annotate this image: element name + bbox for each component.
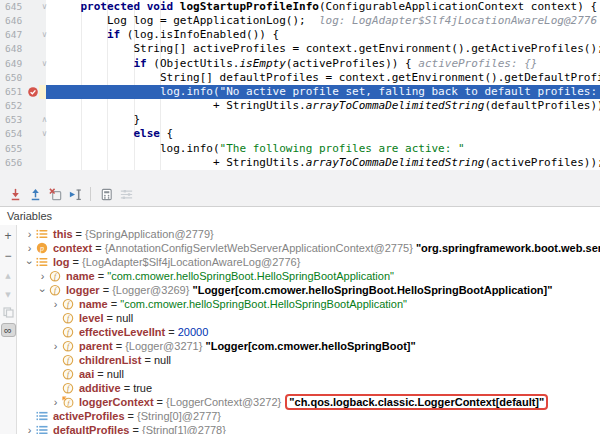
gutter: 647∨ bbox=[0, 28, 46, 42]
variable-value: "com.cmower.helloSpringBoot.HelloSpringB… bbox=[107, 270, 394, 282]
code-line-text[interactable]: log.info("No active profile set, falling… bbox=[46, 85, 600, 99]
variable-name: context bbox=[53, 242, 92, 254]
variable-value: {String[1]@2778} bbox=[142, 424, 226, 434]
gutter: 645∨ bbox=[0, 0, 46, 14]
variable-row-activeprofiles[interactable]: activeProfiles = {String[0]@2777} bbox=[17, 409, 600, 423]
step-out-icon[interactable] bbox=[25, 185, 45, 203]
line-number: 653 bbox=[0, 113, 28, 127]
field-shortcut-icon: f bbox=[62, 396, 74, 408]
chevron-right-icon[interactable]: › bbox=[23, 425, 36, 434]
variable-value: true bbox=[133, 382, 152, 394]
variable-name: name bbox=[79, 298, 108, 310]
gutter: 655 bbox=[0, 142, 46, 156]
code-line-text[interactable]: protected void logStartupProfileInfo(Con… bbox=[46, 0, 600, 14]
variable-name: parent bbox=[79, 340, 113, 352]
code-line-652: 652 + StringUtils.arrayToCommaDelimitedS… bbox=[0, 99, 600, 113]
variable-icon bbox=[36, 256, 48, 268]
move-watch-up-icon[interactable]: ▲ bbox=[1, 269, 16, 283]
show-watches-icon[interactable]: ∞ bbox=[1, 323, 16, 337]
field-icon: f bbox=[49, 270, 61, 282]
variable-icon bbox=[36, 228, 48, 240]
gutter: 646 bbox=[0, 14, 46, 28]
code-line-text[interactable]: log.info("The following profiles are act… bbox=[46, 142, 600, 156]
line-number: 648 bbox=[0, 42, 28, 56]
variable-name: effectiveLevelInt bbox=[79, 326, 165, 338]
code-line-text[interactable]: + StringUtils.arrayToCommaDelimitedStrin… bbox=[46, 99, 600, 113]
line-number: 647 bbox=[0, 28, 28, 42]
code-line-651: 651 log.info("No active profile set, fal… bbox=[0, 85, 600, 99]
chevron-right-icon[interactable]: › bbox=[49, 299, 62, 310]
code-line-text[interactable]: String[] defaultProfiles = context.getEn… bbox=[46, 71, 600, 85]
svg-text:p: p bbox=[39, 244, 44, 253]
parameter-icon: p bbox=[36, 242, 48, 254]
code-editor[interactable]: 645∨ protected void logStartupProfileInf… bbox=[0, 0, 600, 170]
variable-value: {SpringApplication@2779} bbox=[85, 228, 214, 240]
view-options-icon[interactable] bbox=[116, 185, 136, 203]
variable-row-additive[interactable]: fadditive = true bbox=[17, 381, 600, 395]
add-watch-icon[interactable]: + bbox=[1, 229, 16, 243]
line-number: 652 bbox=[0, 99, 28, 113]
variable-row-level[interactable]: flevel = null bbox=[17, 311, 600, 325]
code-lines: 645∨ protected void logStartupProfileInf… bbox=[0, 0, 600, 170]
code-line-646: 646 Log log = getApplicationLog(); log: … bbox=[0, 14, 600, 28]
drop-frame-icon[interactable] bbox=[45, 185, 65, 203]
variable-row-name[interactable]: ›fname = "com.cmower.helloSpringBoot.Hel… bbox=[17, 269, 600, 283]
field-icon: f bbox=[62, 354, 74, 366]
line-number: 649 bbox=[0, 57, 28, 71]
variable-value: "ch.qos.logback.classic.LoggerContext[de… bbox=[285, 394, 548, 410]
chevron-right-icon[interactable]: › bbox=[36, 271, 49, 282]
field-icon: f bbox=[62, 382, 74, 394]
code-line-text[interactable]: Log log = getApplicationLog(); log: LogA… bbox=[46, 14, 600, 28]
field-icon: f bbox=[62, 312, 74, 324]
variable-row-name[interactable]: ›fname = "com.cmower.helloSpringBoot.Hel… bbox=[17, 297, 600, 311]
code-line-text[interactable]: if (log.isInfoEnabled()) { bbox=[46, 28, 600, 42]
force-step-into-icon[interactable] bbox=[5, 185, 25, 203]
gutter: 649∨ bbox=[0, 57, 46, 71]
chevron-down-icon[interactable]: › bbox=[36, 285, 49, 296]
variable-row-log[interactable]: ›log = {LogAdapter$Slf4jLocationAwareLog… bbox=[17, 255, 600, 269]
variable-name: log bbox=[53, 256, 70, 268]
code-line-text[interactable]: String[] activeProfiles = context.getEnv… bbox=[46, 42, 600, 56]
debug-toolbar bbox=[0, 170, 600, 207]
variable-row-context[interactable]: ›pcontext = {AnnotationConfigServletWebS… bbox=[17, 241, 600, 255]
variable-row-effectivelevelint[interactable]: feffectiveLevelInt = 20000 bbox=[17, 325, 600, 339]
variable-row-this[interactable]: ›this = {SpringApplication@2779} bbox=[17, 227, 600, 241]
variable-row-aai[interactable]: faai = null bbox=[17, 367, 600, 381]
move-watch-down-icon[interactable]: ▼ bbox=[1, 288, 16, 302]
chevron-down-icon[interactable]: › bbox=[23, 257, 36, 268]
field-icon: f bbox=[62, 298, 74, 310]
variable-value: {String[0]@2777} bbox=[137, 410, 221, 422]
variable-row-parent[interactable]: ›fparent = {Logger@3271} "Logger[com.cmo… bbox=[17, 339, 600, 353]
breakpoint-icon[interactable] bbox=[28, 87, 38, 97]
gutter: 656 bbox=[0, 156, 46, 170]
code-line-text[interactable]: else { bbox=[46, 127, 600, 141]
remove-watch-icon[interactable]: − bbox=[1, 249, 16, 263]
chevron-right-icon[interactable]: › bbox=[49, 341, 62, 352]
variable-value: "org.springframework.boot.web.servlet.co… bbox=[416, 242, 600, 254]
code-line-text[interactable]: if (ObjectUtils.isEmpty(activeProfiles))… bbox=[46, 57, 600, 71]
gutter: 648 bbox=[0, 42, 46, 56]
variable-row-loggercontext[interactable]: ›floggerContext = {LoggerContext@3272} "… bbox=[17, 395, 600, 409]
field-icon: f bbox=[49, 284, 61, 296]
chevron-right-icon[interactable]: › bbox=[49, 397, 62, 408]
evaluate-expression-icon[interactable] bbox=[96, 185, 116, 203]
chevron-right-icon[interactable]: › bbox=[23, 229, 36, 240]
variable-row-logger[interactable]: ›flogger = {Logger@3269} "Logger[com.cmo… bbox=[17, 283, 600, 297]
chevron-right-icon[interactable]: › bbox=[23, 243, 36, 254]
variable-row-defaultprofiles[interactable]: ›defaultProfiles = {String[1]@2778} bbox=[17, 423, 600, 434]
duplicate-watch-icon[interactable] bbox=[1, 305, 16, 319]
field-icon: f bbox=[62, 368, 74, 380]
line-number: 650 bbox=[0, 71, 28, 85]
variable-value: 20000 bbox=[178, 326, 209, 338]
array-icon bbox=[36, 424, 48, 434]
variables-panel-title: Variables bbox=[7, 210, 52, 222]
variable-value: {Logger@3269} bbox=[112, 284, 192, 296]
run-to-cursor-icon[interactable] bbox=[65, 185, 85, 203]
code-line-text[interactable]: } bbox=[46, 113, 600, 127]
variable-row-childrenlist[interactable]: fchildrenList = null bbox=[17, 353, 600, 367]
variable-value: "com.cmower.helloSpringBoot.HelloSpringB… bbox=[120, 298, 407, 310]
code-line-text[interactable]: + StringUtils.arrayToCommaDelimitedStrin… bbox=[46, 156, 600, 170]
field-icon: f bbox=[62, 326, 74, 338]
variable-name: loggerContext bbox=[79, 396, 154, 408]
variable-name: childrenList bbox=[79, 354, 141, 366]
